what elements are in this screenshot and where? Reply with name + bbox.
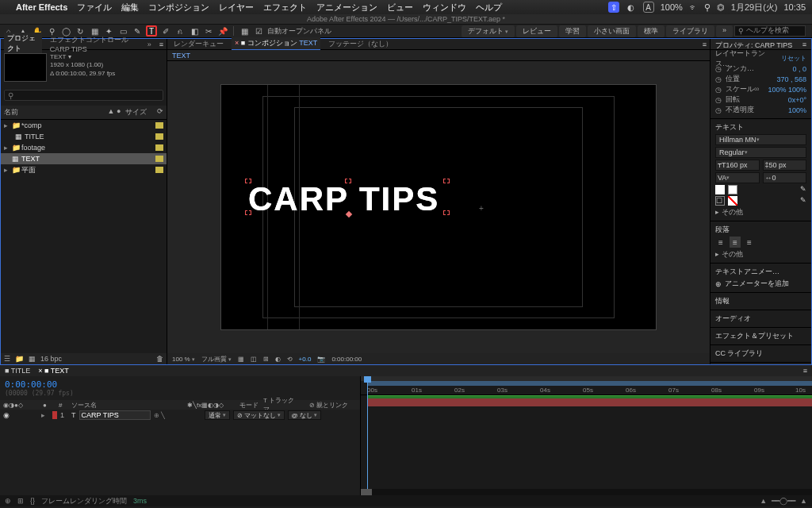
list-item[interactable]: ▦TEXT <box>1 153 167 164</box>
track-matte-dropdown[interactable]: ⊘ マットなし <box>233 410 285 420</box>
toggle-brackets-icon[interactable]: {} <box>30 497 35 505</box>
prop-anchor-value[interactable]: 0 , 0 <box>792 65 806 73</box>
menu-file[interactable]: ファイル <box>77 2 112 13</box>
workspace-default[interactable]: デフォルト <box>462 25 515 37</box>
wifi-icon[interactable]: ᯤ <box>689 2 698 12</box>
control-center-icon[interactable]: ⏣ <box>717 2 725 13</box>
channel-icon[interactable]: ◐ <box>275 356 281 363</box>
bpc-toggle[interactable]: 16 bpc <box>40 355 62 363</box>
menu-view[interactable]: ビュー <box>387 2 413 13</box>
text-handle[interactable] <box>245 210 251 215</box>
workspace-review[interactable]: レビュー <box>516 25 557 37</box>
section-audio[interactable]: オーディオ <box>710 310 811 328</box>
tab-title-comp[interactable]: ■ TITLE <box>5 367 30 375</box>
share-icon[interactable]: ⇧ <box>608 2 619 13</box>
eyedropper-icon[interactable]: ✎ <box>800 196 806 206</box>
toggle-button-icon[interactable]: ▦ <box>239 25 250 37</box>
parent-dropdown[interactable]: @ なし <box>288 410 321 420</box>
eraser-tool-icon[interactable]: ◧ <box>189 25 200 37</box>
roto-tool-icon[interactable]: ✂ <box>203 25 214 37</box>
project-search[interactable]: ⚲ <box>4 90 163 101</box>
add-animator-icon[interactable]: ⊕ <box>715 280 722 288</box>
zoom-dropdown[interactable]: 100 % <box>172 356 195 363</box>
col-scroll-icon[interactable]: ⟳ <box>157 107 163 117</box>
font-weight-dropdown[interactable]: Regular <box>715 147 806 158</box>
timeline-tracks[interactable]: 00s 01s 02s 03s 04s 05s 06s 07s 08s 09s … <box>361 376 812 495</box>
label-tag[interactable] <box>155 167 163 173</box>
workspace-standard[interactable]: 標準 <box>638 25 665 37</box>
font-size-input[interactable]: ᴛT 160 px <box>715 160 760 171</box>
clone-tool-icon[interactable]: ⎌ <box>174 25 186 37</box>
align-left-icon[interactable]: ≡ <box>715 237 726 248</box>
comp-mini-tab[interactable]: TEXT <box>172 52 190 60</box>
pickwhip-icon[interactable]: @ <box>292 412 298 419</box>
list-item[interactable]: ▸📁footage <box>1 142 167 153</box>
col-size[interactable]: サイズ <box>125 107 157 117</box>
help-search[interactable]: ⚲ヘルプを検索 <box>734 25 806 37</box>
puppet-tool-icon[interactable]: 📌 <box>217 25 228 37</box>
menu-edit[interactable]: 編集 <box>121 2 139 13</box>
menu-window[interactable]: ウィンドウ <box>423 2 466 13</box>
more-para-options[interactable]: ▸ その他 <box>715 249 806 260</box>
menu-animation[interactable]: アニメーション <box>316 2 377 13</box>
layer-name-input[interactable] <box>79 410 151 420</box>
tab-composition[interactable]: × ■ コンポジション TEXT <box>232 37 320 51</box>
checkbox-icon[interactable]: ☑ <box>253 25 264 37</box>
menubar-date[interactable]: 1月29日(火) <box>731 2 778 13</box>
quality-dropdown[interactable]: フル画質 <box>201 355 232 364</box>
col-source[interactable]: ソース名 <box>71 401 182 410</box>
col-mode[interactable]: モード <box>239 401 259 410</box>
trash-icon[interactable]: 🗑 <box>156 355 163 363</box>
tracking-input[interactable]: ↔ 0 <box>763 172 807 183</box>
menu-layer[interactable]: レイヤー <box>219 2 254 13</box>
text-handle[interactable] <box>443 179 450 183</box>
prop-position-value[interactable]: 370 , 568 <box>776 75 806 83</box>
label-tag[interactable] <box>155 133 163 140</box>
type-tool-icon[interactable]: T <box>146 25 157 37</box>
mask-icon[interactable]: ◫ <box>251 356 257 363</box>
toggle-modes-icon[interactable]: ⊞ <box>17 497 24 505</box>
zoom-slider[interactable]: ━━◯━━ <box>772 497 795 505</box>
zoom-out-icon[interactable]: ▲ <box>760 497 767 505</box>
workspace-more-icon[interactable]: » <box>716 25 733 37</box>
text-handle[interactable] <box>443 210 450 215</box>
stopwatch-icon[interactable]: ◷ <box>715 75 722 83</box>
time-ruler[interactable]: 00s 01s 02s 03s 04s 05s 06s 07s 08s 09s … <box>361 376 812 395</box>
col-parent[interactable]: ⊘ 親とリンク <box>309 401 357 410</box>
list-item[interactable]: ▸📁平面 <box>1 164 167 175</box>
toggle-switches-icon[interactable]: ⊕ <box>5 497 11 505</box>
zoom-handle[interactable] <box>361 489 372 495</box>
spotlight-icon[interactable]: ⚲ <box>704 2 710 13</box>
tab-footage[interactable]: フッテージ（なし） <box>325 38 396 50</box>
playhead[interactable] <box>367 376 368 495</box>
grid-icon[interactable]: ▦ <box>238 356 244 363</box>
exposure-value[interactable]: +0.0 <box>299 356 312 363</box>
layer-duration-bar[interactable] <box>367 398 812 406</box>
workspace-library[interactable]: ライブラリ <box>666 25 714 37</box>
stopwatch-icon[interactable]: ◷ <box>715 106 722 114</box>
prop-opacity-value[interactable]: 100% <box>788 106 806 114</box>
more-text-options[interactable]: ▸ その他 <box>715 207 806 217</box>
section-effects[interactable]: エフェクト＆プリセット <box>710 328 811 345</box>
work-area-bar[interactable] <box>367 381 812 386</box>
zoom-scrollbar[interactable] <box>361 489 812 495</box>
app-name[interactable]: After Effects <box>16 2 67 12</box>
workspace-small[interactable]: 小さい画面 <box>588 25 636 37</box>
tab-text-comp[interactable]: × ■ TEXT <box>38 367 69 375</box>
eyedropper-icon[interactable]: ✎ <box>800 185 806 194</box>
label-tag[interactable] <box>155 144 163 151</box>
new-folder-icon[interactable]: 📁 <box>15 355 24 363</box>
list-item[interactable]: ▸📁*comp <box>1 120 167 131</box>
new-comp-icon[interactable]: ▦ <box>29 355 36 363</box>
section-cc-library[interactable]: CC ライブラリ <box>710 345 811 363</box>
no-fill-swatch[interactable]: ☐ <box>715 196 725 206</box>
stopwatch-icon[interactable]: ◷ <box>715 65 722 73</box>
cc-icon[interactable]: ◐ <box>626 2 637 13</box>
timeline-layer-row[interactable]: ◉ ▸ 1 T ⊕ ╲ 通常 ⊘ マットなし @ なし <box>0 410 360 421</box>
kerning-input[interactable]: VA <box>715 172 760 183</box>
composition-viewer[interactable]: CARP TIPS + <box>167 61 710 353</box>
col-tag[interactable]: ▲ ● <box>103 107 125 117</box>
current-timecode[interactable]: 0:00:00:00 <box>5 379 355 390</box>
tab-render-queue[interactable]: レンダーキュー <box>170 38 227 50</box>
text-layer[interactable]: CARP TIPS <box>248 180 439 218</box>
